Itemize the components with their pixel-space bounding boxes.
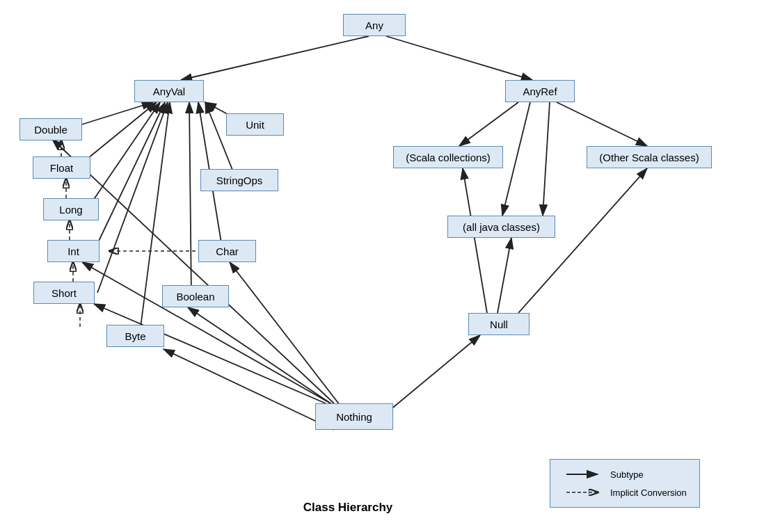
svg-line-14 bbox=[189, 102, 191, 296]
legend-implicit: Implicit Conversion bbox=[563, 486, 687, 499]
svg-line-24 bbox=[543, 102, 550, 216]
svg-line-26 bbox=[463, 168, 487, 313]
svg-line-22 bbox=[557, 102, 647, 146]
svg-line-31 bbox=[164, 349, 334, 430]
node-short: Short bbox=[33, 282, 95, 304]
svg-line-9 bbox=[97, 102, 168, 293]
node-any: Any bbox=[343, 14, 406, 36]
node-byte: Byte bbox=[106, 325, 164, 347]
legend-subtype: Subtype bbox=[563, 468, 687, 481]
arrows-svg bbox=[0, 0, 780, 532]
node-long: Long bbox=[43, 198, 99, 220]
svg-line-32 bbox=[390, 335, 480, 410]
svg-line-23 bbox=[502, 102, 530, 216]
svg-line-28 bbox=[52, 139, 334, 403]
node-float: Float bbox=[33, 156, 90, 179]
node-other-scala: (Other Scala classes) bbox=[587, 146, 712, 168]
node-int: Int bbox=[47, 240, 100, 262]
svg-line-21 bbox=[459, 102, 518, 146]
node-boolean: Boolean bbox=[162, 285, 229, 307]
node-scala-collections: (Scala collections) bbox=[393, 146, 503, 168]
svg-line-25 bbox=[498, 238, 511, 313]
legend-box: Subtype Implicit Conversion bbox=[550, 459, 700, 508]
node-stringops: StringOps bbox=[200, 169, 278, 191]
node-all-java: (all java classes) bbox=[447, 216, 555, 238]
node-nothing: Nothing bbox=[315, 403, 393, 430]
svg-line-30 bbox=[94, 304, 326, 403]
caption: Class Hierarchy bbox=[244, 501, 452, 515]
svg-line-34 bbox=[230, 262, 340, 405]
svg-line-7 bbox=[87, 102, 160, 209]
node-unit: Unit bbox=[226, 113, 284, 136]
svg-line-8 bbox=[94, 102, 165, 251]
svg-line-27 bbox=[518, 168, 647, 313]
diagram-container: Any AnyVal AnyRef Double Float Long Int … bbox=[0, 0, 780, 532]
node-char: Char bbox=[198, 240, 256, 262]
node-anyval: AnyVal bbox=[134, 80, 204, 102]
svg-line-33 bbox=[188, 307, 341, 410]
node-double: Double bbox=[19, 118, 82, 140]
svg-line-4 bbox=[386, 36, 532, 80]
node-null: Null bbox=[468, 313, 530, 335]
svg-line-3 bbox=[181, 36, 369, 80]
node-anyref: AnyRef bbox=[505, 80, 575, 102]
